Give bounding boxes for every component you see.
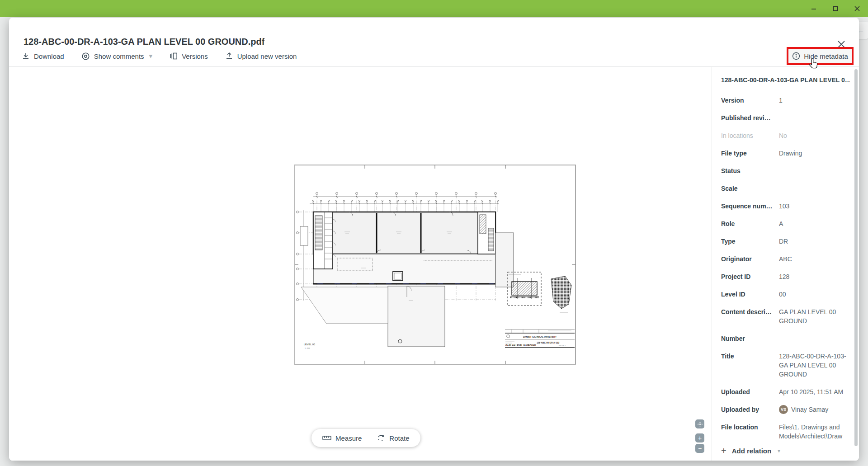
metadata-fields: Version1Published revi…In locationsNoFil… — [721, 96, 859, 441]
viewer-tools-pill: Measure Rotate — [311, 429, 420, 447]
metadata-value: No — [779, 131, 851, 140]
metadata-label: Type — [721, 237, 779, 246]
metadata-row: Sequence num…103 — [721, 202, 859, 211]
metadata-row: Scale — [721, 184, 859, 193]
measure-label: Measure — [335, 434, 362, 442]
annotation-red-box: Hide metadata — [787, 47, 854, 65]
measure-button[interactable]: Measure — [322, 434, 362, 442]
metadata-value: A — [779, 219, 851, 228]
versions-button[interactable]: Versions — [170, 52, 208, 60]
metadata-value: Drawing — [779, 149, 851, 158]
metadata-value — [779, 113, 851, 122]
metadata-scrollbar[interactable] — [854, 69, 858, 446]
chevron-down-icon: ▾ — [149, 52, 153, 60]
metadata-value — [779, 166, 851, 175]
metadata-label: Originator — [721, 254, 779, 264]
file-preview-dialog: 128-ABC-00-DR-A-103-GA PLAN LEVEL 00 GRO… — [9, 18, 859, 461]
metadata-label: Number — [721, 334, 779, 343]
drawing-level-label: LEVEL 00 — [304, 343, 315, 346]
metadata-value — [779, 184, 851, 193]
metadata-row: File typeDrawing — [721, 149, 859, 158]
floor-plan-drawing: DANISH TECHNICAL UNIVERSITY 128-ABC-00-D… — [295, 165, 576, 364]
metadata-value: 1 — [779, 96, 851, 105]
close-window-icon[interactable] — [846, 0, 868, 17]
download-button[interactable]: Download — [22, 52, 64, 60]
chevron-down-icon: ▾ — [778, 448, 780, 454]
metadata-row: Project ID128 — [721, 272, 859, 281]
metadata-label: Title — [721, 352, 779, 379]
show-comments-label: Show comments — [94, 52, 144, 60]
metadata-row: File locationFiles\1. Drawings and Model… — [721, 423, 859, 441]
rotate-label: Rotate — [389, 434, 409, 442]
pan-icon[interactable] — [695, 419, 704, 428]
metadata-value: Files\1. Drawings and Models\Architect\D… — [779, 423, 851, 441]
metadata-value: 128-ABC-00-DR-A-103-GA PLAN LEVEL 00 GRO… — [779, 352, 851, 379]
metadata-label: Uploaded by — [721, 405, 779, 414]
metadata-label: File location — [721, 423, 779, 441]
metadata-label: Status — [721, 166, 779, 175]
metadata-row: In locationsNo — [721, 131, 859, 140]
download-label: Download — [34, 52, 64, 60]
metadata-row: Title128-ABC-00-DR-A-103-GA PLAN LEVEL 0… — [721, 352, 859, 379]
metadata-label: Uploaded — [721, 387, 779, 396]
show-comments-button[interactable]: Show comments ▾ — [81, 52, 152, 61]
titleblock-sheet-number: 128-ABC-00-DR-A-103 — [537, 342, 559, 344]
metadata-value: VSVinay Samay — [779, 405, 851, 414]
metadata-row: Number — [721, 334, 859, 343]
titleblock-sheet-title: GA PLAN LEVEL 00 GROUND — [505, 344, 536, 347]
avatar: VS — [779, 405, 788, 414]
metadata-panel: 128-ABC-00-DR-A-103-GA PLAN LEVEL 0… Ver… — [712, 67, 859, 461]
metadata-value: Apr 10 2025, 11:51 AM — [779, 387, 851, 396]
metadata-row: OriginatorABC — [721, 254, 859, 264]
download-icon — [22, 52, 30, 60]
metadata-label: Published revi… — [721, 113, 779, 122]
metadata-label: File type — [721, 149, 779, 158]
metadata-row: Content descri…GA PLAN LEVEL 00 GROUND — [721, 307, 859, 325]
metadata-row: UploadedApr 10 2025, 11:51 AM — [721, 387, 859, 396]
metadata-value: ABC — [779, 254, 851, 264]
metadata-row: Level ID00 — [721, 290, 859, 299]
metadata-label: Level ID — [721, 290, 779, 299]
window-titlebar — [0, 0, 868, 17]
metadata-label: Sequence num… — [721, 202, 779, 211]
upload-icon — [225, 52, 233, 60]
metadata-label: In locations — [721, 131, 779, 140]
upload-new-version-label: Upload new version — [237, 52, 297, 60]
rotate-icon — [377, 434, 385, 442]
metadata-row: Status — [721, 166, 859, 175]
metadata-row: Published revi… — [721, 113, 859, 122]
metadata-label: Project ID — [721, 272, 779, 281]
measure-ruler-icon — [322, 435, 331, 441]
dialog-content: DANISH TECHNICAL UNIVERSITY 128-ABC-00-D… — [9, 67, 859, 461]
pdf-page: DANISH TECHNICAL UNIVERSITY 128-ABC-00-D… — [294, 165, 576, 365]
info-icon — [792, 52, 800, 60]
metadata-value: DR — [779, 237, 851, 246]
metadata-label: Content descri… — [721, 307, 779, 325]
rotate-button[interactable]: Rotate — [377, 434, 409, 442]
add-relation-button[interactable]: + Add relation ▾ — [721, 446, 780, 456]
metadata-row: Version1 — [721, 96, 859, 105]
hide-metadata-label: Hide metadata — [804, 52, 848, 60]
metadata-label: Version — [721, 96, 779, 105]
metadata-value: 00 — [779, 290, 851, 299]
minimize-icon[interactable] — [803, 0, 825, 17]
hide-metadata-button[interactable]: Hide metadata — [792, 52, 848, 60]
maximize-icon[interactable] — [825, 0, 846, 17]
metadata-value: 128 — [779, 272, 851, 281]
metadata-label: Scale — [721, 184, 779, 193]
metadata-value: GA PLAN LEVEL 00 GROUND — [779, 307, 851, 325]
viewer-zoom-controls: + − — [695, 419, 704, 453]
metadata-label: Role — [721, 219, 779, 228]
file-toolbar: Download Show comments ▾ Versions Upload… — [9, 46, 859, 67]
metadata-value: 103 — [779, 202, 851, 211]
zoom-in-button[interactable]: + — [695, 433, 704, 442]
metadata-row: Uploaded byVSVinay Samay — [721, 405, 859, 414]
add-relation-label: Add relation — [732, 447, 772, 455]
metadata-row: TypeDR — [721, 237, 859, 246]
window-controls — [803, 0, 868, 17]
pdf-viewer-canvas[interactable]: DANISH TECHNICAL UNIVERSITY 128-ABC-00-D… — [9, 67, 711, 461]
titleblock-organization: DANISH TECHNICAL UNIVERSITY — [523, 336, 557, 338]
metadata-header: 128-ABC-00-DR-A-103-GA PLAN LEVEL 0… — [721, 76, 850, 84]
upload-new-version-button[interactable]: Upload new version — [225, 52, 297, 60]
zoom-out-button[interactable]: − — [695, 444, 704, 453]
